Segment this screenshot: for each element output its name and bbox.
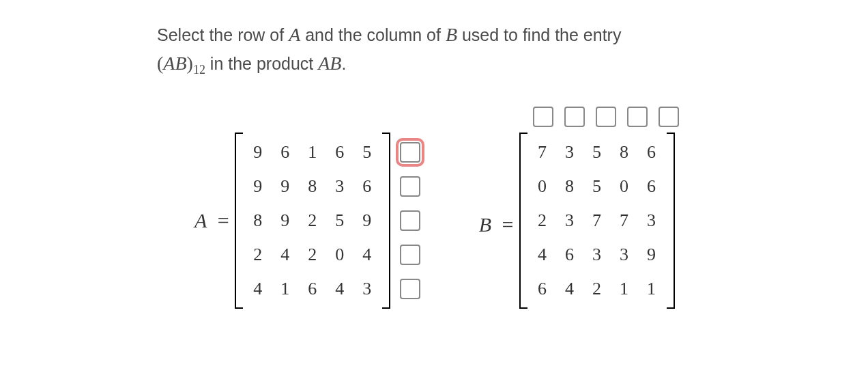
question-prompt: Select the row of A and the column of B … [157, 20, 868, 78]
equals-sign: = [212, 209, 235, 232]
matrix-cell: 6 [362, 176, 371, 197]
matrix-cell: 1 [308, 142, 317, 163]
matrix-cell: 9 [362, 210, 371, 231]
matrix-cell: 9 [280, 176, 289, 197]
matrix-cell: 0 [538, 176, 547, 197]
matrix-cell: 9 [647, 245, 656, 265]
matrix-A: 9616599836892592420441643 [235, 133, 390, 309]
matrix-cell: 8 [620, 142, 628, 163]
lparen: ( [157, 53, 163, 74]
matrix-cell: 6 [308, 279, 317, 299]
label-A: A [194, 209, 207, 232]
matrix-cell: 1 [620, 279, 628, 299]
row-checkbox-5[interactable] [400, 279, 420, 299]
col-checkbox-2[interactable] [564, 107, 585, 127]
matrix-cell: 8 [253, 210, 262, 231]
row-checkbox-3[interactable] [400, 210, 420, 231]
matrix-cell: 7 [592, 210, 601, 231]
matrix-cell: 2 [592, 279, 601, 299]
matrix-cell: 4 [362, 245, 371, 265]
matrix-cell: 4 [565, 279, 574, 299]
matrix-cell: 6 [335, 142, 344, 163]
period: . [341, 54, 346, 73]
matrix-cell: 6 [280, 142, 289, 163]
col-checkbox-4[interactable] [627, 107, 648, 127]
var-B: B [446, 24, 457, 45]
row-checkbox-1[interactable] [400, 142, 420, 163]
matrix-B: 7358608506237734633964211 [519, 133, 684, 309]
matrix-cell: 5 [335, 210, 344, 231]
matrix-cell: 1 [647, 279, 656, 299]
matrix-cell: 3 [620, 245, 628, 265]
prompt-text: in the product [205, 54, 318, 73]
matrix-cell: 3 [565, 142, 574, 163]
matrix-cell: 5 [592, 142, 601, 163]
matrix-cell: 3 [362, 279, 371, 299]
matrix-cell: 0 [335, 245, 344, 265]
matrix-cell: 1 [280, 279, 289, 299]
matrix-cell: 2 [253, 245, 262, 265]
matrix-cell: 7 [538, 142, 547, 163]
column-selectors [519, 107, 684, 127]
matrix-cell: 4 [538, 245, 547, 265]
matrix-cell: 4 [253, 279, 262, 299]
var-AB2: AB [318, 53, 341, 74]
matrix-cell: 6 [647, 142, 656, 163]
matrix-cell: 3 [592, 245, 601, 265]
row-checkbox-2[interactable] [400, 176, 420, 197]
var-A: A [289, 24, 300, 45]
prompt-text: used to find the entry [457, 25, 621, 44]
prompt-text: Select the row of [157, 25, 289, 44]
matrix-cell: 6 [565, 245, 574, 265]
matrix-cell: 9 [253, 176, 262, 197]
col-checkbox-5[interactable] [659, 107, 679, 127]
matrix-cell: 9 [253, 142, 262, 163]
matrix-cell: 5 [362, 142, 371, 163]
matrix-cell: 3 [647, 210, 656, 231]
label-B: B [479, 213, 491, 236]
matrix-cell: 8 [308, 176, 317, 197]
col-checkbox-1[interactable] [533, 107, 553, 127]
matrix-cell: 4 [335, 279, 344, 299]
subscript: 12 [193, 63, 205, 77]
col-checkbox-3[interactable] [596, 107, 616, 127]
matrix-cell: 5 [592, 176, 601, 197]
matrix-cell: 6 [538, 279, 547, 299]
prompt-text: and the column of [300, 25, 446, 44]
matrix-cell: 9 [280, 210, 289, 231]
equals-sign: = [497, 213, 519, 236]
matrix-cell: 2 [308, 245, 317, 265]
row-checkbox-4[interactable] [400, 245, 420, 265]
matrix-cell: 3 [335, 176, 344, 197]
matrix-cell: 8 [565, 176, 574, 197]
var-AB: AB [163, 53, 186, 74]
row-selectors [396, 133, 424, 309]
matrix-cell: 3 [565, 210, 574, 231]
matrix-cell: 4 [280, 245, 289, 265]
matrix-cell: 2 [308, 210, 317, 231]
rparen: ) [187, 53, 193, 74]
matrix-cell: 7 [620, 210, 628, 231]
matrix-cell: 6 [647, 176, 656, 197]
matrix-cell: 0 [620, 176, 628, 197]
matrix-cell: 2 [538, 210, 547, 231]
